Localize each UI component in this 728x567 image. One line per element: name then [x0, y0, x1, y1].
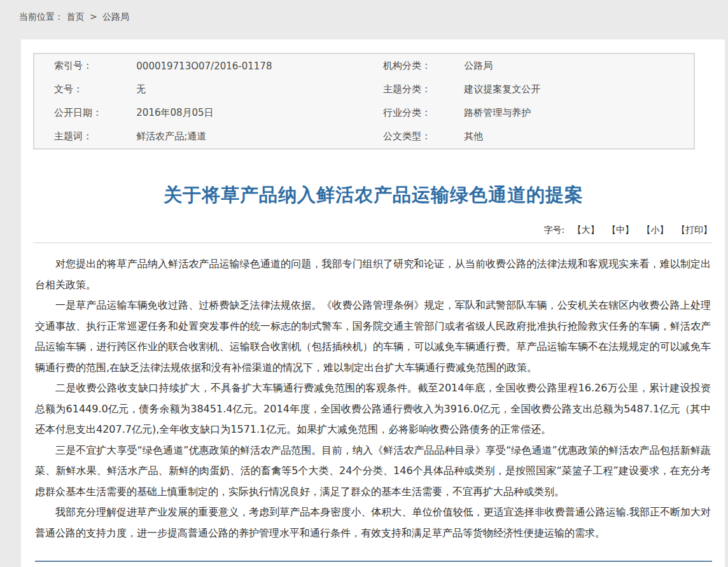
meta-label: 机构分类： — [383, 53, 464, 78]
print-button[interactable]: 【打印】 — [676, 225, 712, 235]
table-row: 索引号： 000019713O07/2016-01178 机构分类： 公路局 — [34, 53, 694, 78]
meta-value: 000019713O07/2016-01178 — [136, 53, 383, 78]
breadcrumb: 当前位置： 首页 > 公路局 — [0, 0, 728, 39]
meta-label: 主题词： — [34, 125, 136, 149]
table-row: 文号： 无 主题分类： 建议提案复文公开 — [34, 78, 694, 101]
content-card: 索引号： 000019713O07/2016-01178 机构分类： 公路局 文… — [21, 39, 725, 567]
meta-label: 行业分类： — [383, 101, 464, 125]
breadcrumb-separator: > — [90, 11, 97, 22]
meta-value: 公路局 — [464, 53, 694, 78]
article-paragraph: 二是收费公路收支缺口持续扩大，不具备扩大车辆通行费减免范围的客观条件。截至201… — [35, 378, 711, 440]
table-row: 公开日期： 2016年08月05日 行业分类： 路桥管理与养护 — [34, 101, 694, 125]
top-divider — [33, 242, 712, 243]
font-size-label: 字号: — [543, 225, 564, 235]
font-size-large-button[interactable]: 【大】 — [573, 225, 599, 235]
meta-value: 其他 — [464, 125, 694, 149]
meta-label: 公开日期： — [34, 101, 136, 125]
meta-value: 鲜活农产品;通道 — [136, 125, 383, 149]
table-row: 主题词： 鲜活农产品;通道 公文类型： 其他 — [34, 125, 694, 149]
meta-value: 路桥管理与养护 — [464, 101, 694, 125]
article-paragraph: 三是不宜扩大享受“绿色通道”优惠政策的鲜活农产品范围。目前，纳入《鲜活农产品品种… — [35, 440, 711, 503]
metadata-table: 索引号： 000019713O07/2016-01178 机构分类： 公路局 文… — [33, 53, 695, 150]
meta-label: 文号： — [34, 78, 136, 101]
meta-value: 建议提案复文公开 — [464, 78, 694, 101]
meta-label: 索引号： — [34, 53, 136, 78]
font-size-small-button[interactable]: 【小】 — [642, 225, 669, 235]
breadcrumb-current-link[interactable]: 公路局 — [102, 11, 129, 22]
meta-value: 2016年08月05日 — [136, 101, 383, 125]
meta-value: 无 — [136, 78, 383, 101]
bottom-divider — [35, 561, 712, 562]
font-size-bar: 字号: 【大】 【中】 【小】 【打印】 — [21, 225, 712, 236]
article-body: 对您提出的将草产品纳入鲜活农产品运输绿色通道的问题，我部专门组织了研究和论证，从… — [35, 254, 711, 543]
breadcrumb-home-link[interactable]: 首页 — [66, 11, 84, 22]
article-paragraph: 一是草产品运输车辆免收过路、过桥费缺乏法律法规依据。《收费公路管理条例》规定，军… — [35, 295, 711, 378]
font-size-medium-button[interactable]: 【中】 — [607, 225, 634, 235]
page-title: 关于将草产品纳入鲜活农产品运输绿色通道的提案 — [33, 183, 714, 208]
breadcrumb-label: 当前位置： — [19, 11, 64, 22]
meta-label: 主题分类： — [383, 78, 464, 101]
article-paragraph: 我部充分理解促进草产业发展的重要意义，考虑到草产品本身密度小、体积大、单位价值较… — [35, 502, 711, 543]
article-paragraph: 对您提出的将草产品纳入鲜活农产品运输绿色通道的问题，我部专门组织了研究和论证，从… — [35, 254, 711, 295]
meta-label: 公文类型： — [383, 125, 464, 149]
